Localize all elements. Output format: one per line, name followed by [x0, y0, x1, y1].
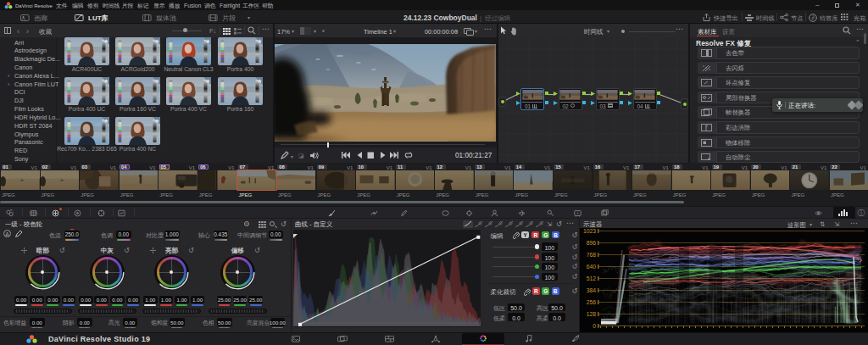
- svg-text:640: 640: [587, 264, 597, 270]
- svg-text:768: 768: [587, 252, 597, 258]
- svg-text:384: 384: [587, 287, 597, 293]
- svg-text:128: 128: [587, 311, 597, 317]
- svg-text:0: 0: [593, 323, 596, 329]
- svg-text:256: 256: [587, 299, 597, 305]
- svg-text:512: 512: [587, 275, 597, 281]
- svg-text:1023: 1023: [583, 228, 596, 234]
- svg-text:896: 896: [587, 240, 597, 246]
- svg-text:∂: ∂: [811, 14, 814, 20]
